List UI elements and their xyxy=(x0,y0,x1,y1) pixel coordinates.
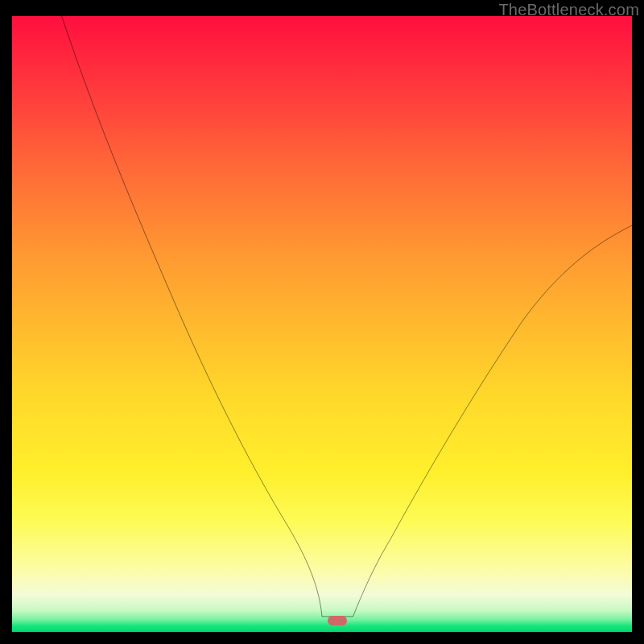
plot-area xyxy=(12,16,632,632)
watermark-text: TheBottleneck.com xyxy=(498,1,639,19)
bottleneck-curve xyxy=(62,16,632,617)
curve-svg xyxy=(12,16,632,632)
chart-frame: TheBottleneck.com xyxy=(0,0,644,644)
optimal-point-marker xyxy=(328,616,347,625)
